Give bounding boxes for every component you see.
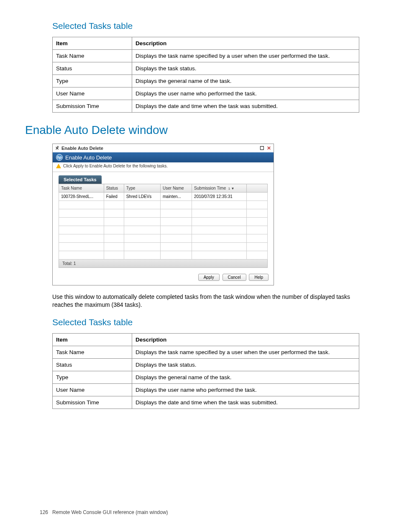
cell-desc: Displays the date and time when the task… xyxy=(132,100,359,113)
cell-type: Shred LDEVs xyxy=(124,193,160,201)
cell-desc: Displays the general name of the task. xyxy=(132,371,359,383)
cell-desc: Displays the user name who performed the… xyxy=(132,383,359,396)
cell-submission-time: 2010/07/28 12:35:31 xyxy=(192,193,247,201)
dialog-inner-title-text: Enable Auto Delete xyxy=(65,154,112,161)
grid-row-empty: . xyxy=(59,243,268,251)
cell-item: User Name xyxy=(53,383,132,396)
sort-indicator: 1 ▼ xyxy=(228,187,235,190)
section-enable-auto-delete: Enable Auto Delete window xyxy=(25,123,359,137)
cell-item: Status xyxy=(53,62,132,75)
table-row: Task NameDisplays the task name specifie… xyxy=(53,346,359,358)
page-footer: 126 Remote Web Console GUI reference (ma… xyxy=(40,509,359,515)
table-row: User NameDisplays the user name who perf… xyxy=(53,383,359,396)
cell-item: Type xyxy=(53,75,132,87)
close-icon[interactable]: ✕ xyxy=(267,145,271,151)
th-item: Item xyxy=(53,333,132,346)
table-row: StatusDisplays the task status. xyxy=(53,358,359,371)
cell-item: Submission Time xyxy=(53,100,132,113)
col-status[interactable]: Status xyxy=(104,184,124,193)
table-row: Submission TimeDisplays the date and tim… xyxy=(53,396,359,409)
grid-row-empty: . xyxy=(59,251,268,260)
cell-item: User Name xyxy=(53,87,132,100)
cell-desc: Displays the general name of the task. xyxy=(132,75,359,87)
cell-item: Submission Time xyxy=(53,396,132,409)
section-selected-tasks-1: Selected Tasks table xyxy=(52,21,359,31)
col-spacer xyxy=(247,184,268,193)
grid-row-empty: . xyxy=(59,226,268,234)
grid-row-empty: . xyxy=(59,218,268,226)
table-row: StatusDisplays the task status. xyxy=(53,62,359,75)
cell-user-name: mainten... xyxy=(160,193,192,201)
table-row: TypeDisplays the general name of the tas… xyxy=(53,75,359,87)
table-row: Submission TimeDisplays the date and tim… xyxy=(53,100,359,113)
page-number: 126 xyxy=(40,509,48,515)
use-window-description: Use this window to automatically delete … xyxy=(52,293,359,309)
cell-desc: Displays the task name specified by a us… xyxy=(132,346,359,358)
dialog-message: Click Apply to Enable Auto Delete for th… xyxy=(63,164,168,168)
warning-icon xyxy=(56,164,61,168)
grid-footer-total: Total: 1 xyxy=(59,260,268,268)
help-button[interactable]: Help xyxy=(249,274,269,281)
table-row: Task NameDisplays the task name specifie… xyxy=(53,50,359,62)
col-submission-time[interactable]: Submission Time 1 ▼ xyxy=(192,184,247,193)
th-item: Item xyxy=(53,37,132,50)
col-user-name[interactable]: User Name xyxy=(160,184,192,193)
dialog-outer-title-text: Enable Auto Delete xyxy=(61,146,103,151)
cell-desc: Displays the task status. xyxy=(132,62,359,75)
selected-tasks-desc-table-1: Item Description Task NameDisplays the t… xyxy=(52,37,359,113)
grid-row[interactable]: 100728-ShredL... Failed Shred LDEVs main… xyxy=(59,193,268,201)
cell-item: Task Name xyxy=(53,50,132,62)
collapse-icon[interactable]: ✕̂ xyxy=(55,146,59,151)
cell-desc: Displays the user name who performed the… xyxy=(132,87,359,100)
footer-text: Remote Web Console GUI reference (main w… xyxy=(52,509,168,515)
cell-item: Task Name xyxy=(53,346,132,358)
table-row: TypeDisplays the general name of the tas… xyxy=(53,371,359,383)
th-description: Description xyxy=(132,37,359,50)
cell-desc: Displays the date and time when the task… xyxy=(132,396,359,409)
enable-auto-delete-dialog: ✕̂ Enable Auto Delete ☐ ✕ hp Enable Auto… xyxy=(52,144,274,285)
grid-row-empty: . xyxy=(59,201,268,209)
table-row: User NameDisplays the user name who perf… xyxy=(53,87,359,100)
cell-status: Failed xyxy=(104,193,124,201)
selected-tasks-grid: Task Name Status Type User Name Submissi… xyxy=(59,184,268,260)
cancel-button[interactable]: Cancel xyxy=(223,274,246,281)
grid-row-empty: . xyxy=(59,234,268,243)
cell-item: Status xyxy=(53,358,132,371)
th-description: Description xyxy=(132,333,359,346)
cell-desc: Displays the task status. xyxy=(132,358,359,371)
cell-task-name: 100728-ShredL... xyxy=(59,193,104,201)
grid-row-empty: . xyxy=(59,209,268,218)
col-type[interactable]: Type xyxy=(124,184,160,193)
apply-button[interactable]: Apply xyxy=(198,274,220,281)
section-selected-tasks-2: Selected Tasks table xyxy=(52,317,359,327)
selected-tasks-tab: Selected Tasks xyxy=(59,175,102,184)
maximize-icon[interactable]: ☐ xyxy=(260,145,264,151)
hp-logo-icon: hp xyxy=(56,154,63,161)
cell-item: Type xyxy=(53,371,132,383)
selected-tasks-desc-table-2: Item Description Task NameDisplays the t… xyxy=(52,333,359,409)
col-task-name[interactable]: Task Name xyxy=(59,184,104,193)
cell-desc: Displays the task name specified by a us… xyxy=(132,50,359,62)
